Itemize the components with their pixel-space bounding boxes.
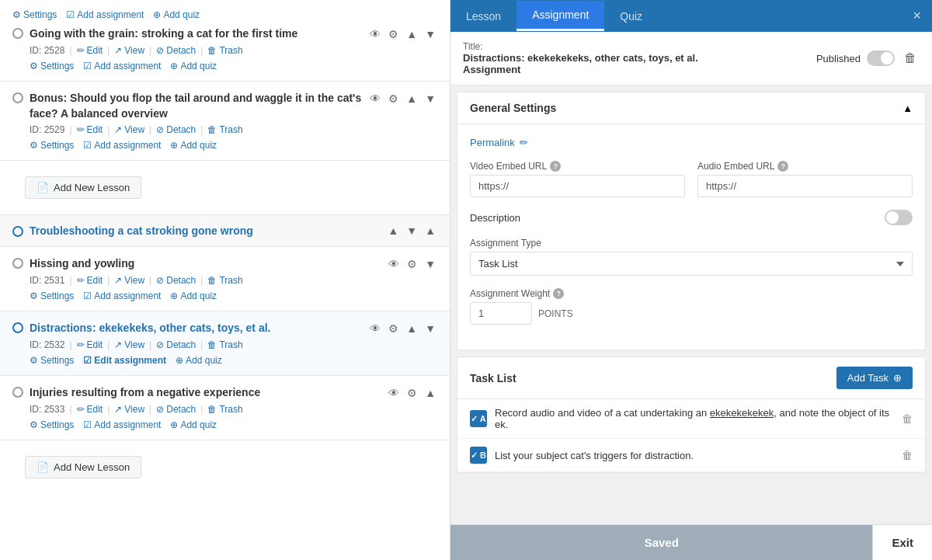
lesson-5-detach-link[interactable]: ⊘ Detach: [156, 404, 196, 415]
task-trash-1[interactable]: 🗑: [902, 449, 913, 461]
lesson-3-down-btn[interactable]: ▼: [423, 256, 437, 272]
lesson-2-actions-row: ⚙ Settings ☑ Add assignment ⊕ Add quiz: [30, 140, 437, 151]
lesson-2-block: Bonus: Should you flop the tail around a…: [0, 82, 450, 161]
lesson-4-edit-assignment[interactable]: ☑ Edit assignment: [83, 355, 166, 366]
audio-url-info-icon[interactable]: ?: [777, 161, 788, 172]
video-url-info-icon[interactable]: ?: [550, 161, 561, 172]
section-title[interactable]: Troubleshooting a cat stroking gone wron…: [30, 224, 253, 237]
lesson-4-view-link[interactable]: ↗ View: [114, 339, 144, 350]
lesson-4-add-quiz[interactable]: ⊕ Add quiz: [176, 355, 222, 366]
url-form-row: Video Embed URL ? Audio Embed URL ?: [470, 161, 913, 197]
lesson-4-detach-link[interactable]: ⊘ Detach: [156, 339, 196, 350]
lesson-3-circle: [12, 258, 23, 269]
saved-btn[interactable]: Saved: [450, 525, 872, 560]
lesson-5-add-quiz[interactable]: ⊕ Add quiz: [170, 419, 217, 430]
title-trash-btn[interactable]: 🗑: [901, 48, 920, 68]
add-new-lesson-btn-2[interactable]: 📄 Add New Lesson: [25, 456, 141, 478]
lesson-4-settings-action[interactable]: ⚙ Settings: [30, 355, 74, 366]
settings-link-1[interactable]: ⚙ Settings: [12, 9, 57, 20]
video-url-input[interactable]: [470, 175, 685, 197]
permalink-label[interactable]: Permalink: [470, 137, 515, 148]
close-panel-btn[interactable]: ×: [902, 0, 932, 32]
lesson-3-detach-link[interactable]: ⊘ Detach: [156, 275, 196, 286]
lesson-5-edit-link[interactable]: ✏ Edit: [77, 404, 103, 415]
lesson-1-title-row: Going with the grain: stroking a cat for…: [12, 26, 437, 42]
lesson-2-add-quiz[interactable]: ⊕ Add quiz: [170, 140, 217, 151]
tab-lesson[interactable]: Lesson: [450, 2, 516, 30]
lesson-5-eye-btn[interactable]: 👁: [387, 385, 401, 401]
lesson-1-view-link[interactable]: ↗ View: [114, 45, 144, 56]
lesson-3-trash-link[interactable]: 🗑 Trash: [207, 275, 242, 286]
lesson-3-eye-btn[interactable]: 👁: [387, 256, 401, 272]
lesson-2-edit-link[interactable]: ✏ Edit: [77, 124, 103, 135]
lesson-2-settings-action[interactable]: ⚙ Settings: [30, 140, 74, 151]
lesson-2-trash-link[interactable]: 🗑 Trash: [207, 124, 242, 135]
lesson-3-settings-btn[interactable]: ⚙: [405, 256, 419, 272]
assignment-type-select[interactable]: Task List Upload Text: [470, 252, 913, 276]
lesson-4-up-btn[interactable]: ▲: [405, 321, 419, 336]
lesson-2-view-link[interactable]: ↗ View: [114, 124, 144, 135]
task-checkbox-1[interactable]: ✓ B: [470, 447, 487, 464]
lesson-4-down-btn[interactable]: ▼: [423, 321, 437, 336]
assignment-weight-label: Assignment Weight ?: [470, 288, 913, 299]
section-down-btn[interactable]: ▼: [405, 223, 419, 238]
tab-assignment[interactable]: Assignment: [516, 1, 604, 31]
section-collapse-btn[interactable]: ▲: [423, 223, 437, 238]
add-assignment-link-1[interactable]: ☑ Add assignment: [66, 9, 144, 20]
left-panel: ⚙ Settings ☑ Add assignment ⊕ Add quiz G…: [0, 0, 450, 560]
audio-url-input[interactable]: [697, 175, 913, 197]
exit-btn[interactable]: Exit: [872, 525, 932, 560]
permalink-edit-icon[interactable]: ✏: [520, 137, 528, 148]
section-up-btn[interactable]: ▲: [386, 223, 400, 238]
lesson-4-eye-btn[interactable]: 👁: [368, 321, 382, 336]
published-toggle[interactable]: [867, 50, 895, 66]
lesson-5-circle: [12, 387, 23, 398]
lesson-5-up-btn[interactable]: ▲: [423, 385, 437, 401]
lesson-5-add-assignment[interactable]: ☑ Add assignment: [83, 419, 161, 430]
lesson-3-add-quiz[interactable]: ⊕ Add quiz: [170, 290, 217, 301]
lesson-2-add-assignment[interactable]: ☑ Add assignment: [83, 140, 161, 151]
description-toggle[interactable]: [885, 210, 913, 225]
add-quiz-link-1[interactable]: ⊕ Add quiz: [153, 9, 200, 20]
lesson-5-title[interactable]: Injuries resulting from a negative exper…: [30, 385, 260, 401]
lesson-1-title[interactable]: Going with the grain: stroking a cat for…: [30, 26, 297, 42]
lesson-1-trash-link[interactable]: 🗑 Trash: [207, 45, 242, 56]
lesson-2-detach-link[interactable]: ⊘ Detach: [156, 124, 196, 135]
lesson-2-down-btn[interactable]: ▼: [423, 91, 437, 106]
lesson-1-settings-action[interactable]: ⚙ Settings: [30, 61, 74, 71]
weight-info-icon[interactable]: ?: [553, 288, 564, 299]
lesson-1-add-assignment[interactable]: ☑ Add assignment: [83, 61, 161, 71]
lesson-4-trash-link[interactable]: 🗑 Trash: [207, 339, 242, 350]
add-task-btn[interactable]: Add Task ⊕: [836, 367, 913, 389]
lesson-1-settings-btn[interactable]: ⚙: [387, 26, 400, 42]
lesson-3-add-assignment[interactable]: ☑ Add assignment: [83, 290, 161, 301]
lesson-5-settings-btn[interactable]: ⚙: [405, 385, 419, 401]
lesson-2-up-btn[interactable]: ▲: [405, 91, 419, 106]
lesson-1-up-btn[interactable]: ▲: [405, 26, 419, 42]
weight-input[interactable]: [470, 302, 532, 325]
lesson-5-controls: 👁 ⚙ ▲: [387, 385, 437, 401]
lesson-1-edit-link[interactable]: ✏ Edit: [77, 45, 103, 56]
lesson-1-down-btn[interactable]: ▼: [423, 26, 437, 42]
add-new-lesson-btn-1[interactable]: 📄 Add New Lesson: [25, 176, 141, 199]
tab-quiz[interactable]: Quiz: [604, 2, 658, 30]
settings-header[interactable]: General Settings ▲: [457, 92, 925, 124]
lesson-2-title[interactable]: Bonus: Should you flop the tail around a…: [30, 91, 362, 121]
lesson-1-eye-btn[interactable]: 👁: [368, 26, 382, 42]
lesson-5-view-link[interactable]: ↗ View: [114, 404, 144, 415]
lesson-3-settings-action[interactable]: ⚙ Settings: [30, 290, 74, 301]
lesson-4-settings-btn[interactable]: ⚙: [387, 321, 400, 336]
task-trash-0[interactable]: 🗑: [902, 412, 913, 425]
lesson-1-add-quiz[interactable]: ⊕ Add quiz: [170, 61, 217, 71]
lesson-3-title[interactable]: Hissing and yowling: [30, 256, 134, 272]
lesson-2-eye-btn[interactable]: 👁: [368, 91, 382, 106]
lesson-3-view-link[interactable]: ↗ View: [114, 275, 144, 286]
lesson-1-detach-link[interactable]: ⊘ Detach: [156, 45, 196, 56]
lesson-2-settings-btn[interactable]: ⚙: [387, 91, 400, 106]
lesson-5-trash-link[interactable]: 🗑 Trash: [207, 404, 242, 415]
lesson-4-edit-link[interactable]: ✏ Edit: [77, 339, 103, 350]
lesson-4-title[interactable]: Distractions: ekekekeks, other cats, toy…: [30, 321, 270, 336]
lesson-3-edit-link[interactable]: ✏ Edit: [77, 275, 103, 286]
lesson-5-settings-action[interactable]: ⚙ Settings: [30, 419, 74, 430]
task-checkbox-0[interactable]: ✓ A: [470, 410, 487, 427]
